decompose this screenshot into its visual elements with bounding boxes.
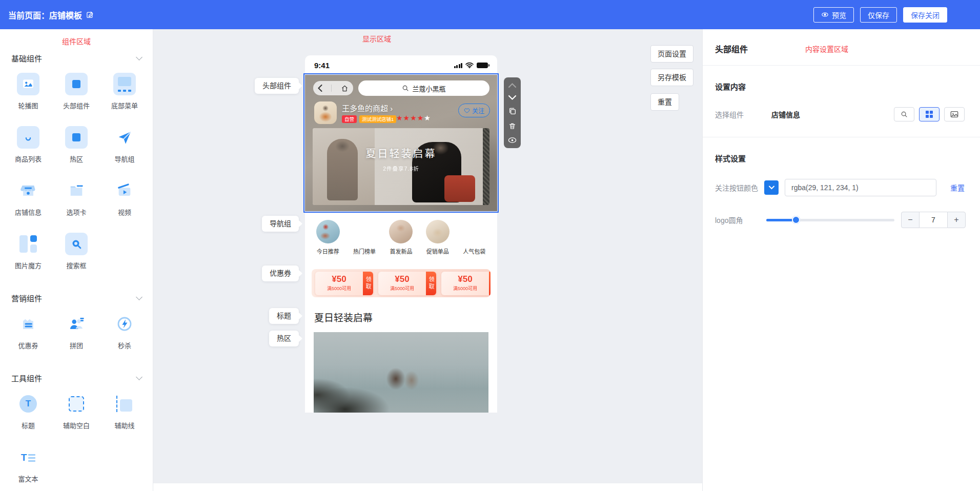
save-close-button[interactable]: 保存关闭 — [903, 7, 947, 23]
nav-item-image — [316, 220, 340, 243]
component-tab[interactable]: 选项卡 — [52, 171, 100, 224]
top-bar: 当前页面：店铺模板 预览 仅保存 保存关闭 — [0, 0, 980, 29]
increase-radius-button[interactable]: + — [947, 212, 966, 228]
home-icon[interactable] — [341, 85, 349, 92]
hotzone-component[interactable] — [308, 329, 495, 413]
visibility-icon[interactable] — [508, 137, 517, 144]
preview-eye-icon — [821, 11, 829, 18]
nav-item[interactable]: 今日推荐 — [312, 220, 344, 255]
nav-item[interactable]: 首发新品 — [385, 220, 417, 255]
sidebar-region-label: 组件区域 — [0, 29, 153, 46]
header-banner: 夏日轻装启幕 2件叠享7.8折 — [313, 128, 489, 205]
phone-status-bar: 9:41 — [305, 55, 497, 75]
slider-thumb[interactable] — [792, 216, 800, 224]
color-reset-link[interactable]: 重置 — [950, 182, 965, 193]
component-sidebar: 组件区域 基础组件 轮播图 头部组件 底部菜单 — [0, 29, 153, 491]
move-up-icon[interactable] — [508, 83, 517, 88]
header-component-selected[interactable]: 兰蔻小黑瓶 王多鱼的商超 › 自营 测试测试店铺1 ★★★★★ 关注 夏日轻装启… — [305, 75, 497, 211]
panel-title: 头部组件 — [715, 43, 748, 55]
store-search-bar[interactable]: 兰蔻小黑瓶 — [358, 80, 489, 96]
preview-button[interactable]: 预览 — [813, 7, 854, 23]
back-icon[interactable] — [318, 85, 322, 92]
component-title[interactable]: T 标题 — [4, 384, 52, 438]
duplicate-icon[interactable] — [508, 107, 517, 115]
move-down-icon[interactable] — [508, 95, 517, 100]
tag-hotzone[interactable]: 热区 — [269, 331, 299, 346]
component-store-info[interactable]: 店铺信息 — [4, 171, 52, 224]
bottom-menu-icon — [113, 73, 136, 95]
component-group-buy[interactable]: 拼团 — [52, 304, 100, 358]
component-search-box[interactable]: 搜索框 — [52, 224, 100, 278]
save-only-button[interactable]: 仅保存 — [860, 7, 897, 23]
display-mode-search-button[interactable] — [894, 107, 914, 121]
search-icon — [901, 111, 908, 118]
decrease-radius-button[interactable]: − — [901, 212, 920, 228]
radius-stepper: − + — [901, 212, 966, 228]
battery-icon — [477, 63, 488, 68]
settings-panel: 头部组件 内容设置区域 设置内容 选择组件 店铺信息 — [702, 29, 980, 491]
save-as-template-button[interactable]: 另存模板 — [650, 69, 693, 86]
group-basic-components[interactable]: 基础组件 — [0, 51, 153, 65]
nav-item[interactable]: 人气包袋 — [458, 220, 490, 255]
reset-button[interactable]: 重置 — [650, 93, 679, 111]
nav-item-image — [462, 220, 486, 243]
component-flash-sale[interactable]: 秒杀 — [100, 304, 149, 358]
chevron-down-icon — [136, 374, 142, 380]
radius-value-input[interactable] — [920, 212, 947, 228]
display-mode-grid-button[interactable] — [919, 107, 940, 121]
group-tool-components[interactable]: 工具组件 — [0, 371, 153, 384]
follow-button[interactable]: 关注 — [458, 104, 490, 117]
store-name[interactable]: 王多鱼的商超 › — [342, 103, 393, 113]
nav-item[interactable]: 促销单品 — [422, 220, 454, 255]
component-rich-text[interactable]: T 富文本 — [4, 438, 52, 491]
delete-icon[interactable] — [508, 122, 516, 130]
video-icon — [113, 179, 136, 202]
component-guide-line[interactable]: 辅助线 — [100, 384, 149, 438]
display-mode-image-button[interactable] — [944, 107, 965, 121]
logo-radius-slider[interactable] — [766, 216, 894, 224]
tag-title[interactable]: 标题 — [269, 308, 299, 324]
signal-icon — [454, 63, 463, 68]
panel-region-label: 内容设置区域 — [805, 44, 848, 54]
banner-subtitle: 2件叠享7.8折 — [313, 165, 489, 172]
coupon-item[interactable]: ¥50满5000可用 领取 — [378, 272, 436, 295]
component-magic-cube[interactable]: 图片魔方 — [4, 224, 52, 278]
phone-preview: 9:41 兰蔻小黑瓶 王多鱼的商超 › — [305, 55, 497, 413]
style-section-title: 样式设置 — [715, 153, 968, 163]
product-list-icon — [17, 126, 39, 149]
coupon-icon — [16, 312, 40, 336]
carousel-icon — [17, 73, 39, 95]
edit-page-name-icon[interactable] — [86, 11, 94, 18]
title-component[interactable]: 夏日轻装启幕 — [308, 306, 495, 329]
color-value-input[interactable] — [785, 179, 936, 196]
coupon-item[interactable]: ¥50满5000可用 领取 — [315, 272, 373, 295]
group-marketing-components[interactable]: 营销组件 — [0, 291, 153, 304]
tag-nav-group[interactable]: 导航组 — [262, 216, 299, 232]
component-blank-space[interactable]: 辅助空白 — [52, 384, 100, 438]
color-picker-swatch[interactable] — [764, 180, 779, 195]
coupon-claim-button[interactable]: 领取 — [363, 272, 373, 295]
hotzone-image — [314, 332, 488, 413]
nav-item[interactable]: 热门榜单 — [349, 220, 380, 255]
component-nav-group[interactable]: 导航组 — [100, 118, 149, 171]
coupon-item[interactable]: ¥50满5000可用 领取 — [441, 272, 491, 295]
coupon-component[interactable]: ¥50满5000可用 领取 ¥50满5000可用 领取 ¥50满5000可用 领… — [308, 265, 495, 301]
component-header[interactable]: 头部组件 — [52, 65, 100, 118]
page-settings-button[interactable]: 页面设置 — [650, 45, 693, 63]
tag-header-component[interactable]: 头部组件 — [255, 78, 299, 94]
component-video[interactable]: 视频 — [100, 171, 149, 224]
page-builder: 当前页面：店铺模板 预览 仅保存 保存关闭 组件区域 基础组件 轮播图 — [0, 0, 980, 491]
nav-group-component[interactable]: 今日推荐 热门榜单 首发新品 促销单品 人气包袋 — [308, 215, 495, 259]
component-bottom-menu[interactable]: 底部菜单 — [100, 65, 149, 118]
component-coupon[interactable]: 优惠券 — [4, 304, 52, 358]
coupon-claim-button[interactable]: 领取 — [426, 272, 436, 295]
self-operated-badge: 自营 — [342, 115, 357, 123]
component-carousel[interactable]: 轮播图 — [4, 65, 52, 118]
coupon-claim-button[interactable]: 领取 — [489, 272, 491, 295]
grid-icon — [926, 111, 933, 118]
image-icon — [950, 111, 958, 118]
marketing-components-grid: 优惠券 拼团 秒杀 — [0, 304, 153, 358]
component-hotzone[interactable]: 热区 — [52, 118, 100, 171]
tag-coupon[interactable]: 优惠券 — [262, 265, 299, 281]
component-product-list[interactable]: 商品列表 — [4, 118, 52, 171]
